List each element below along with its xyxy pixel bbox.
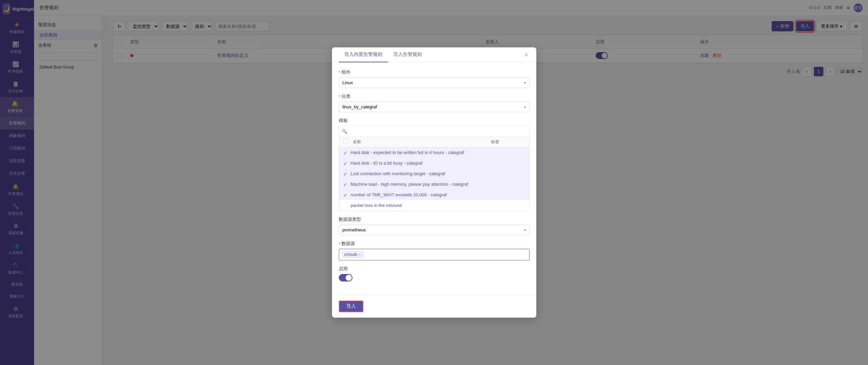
check-icon: ✓ bbox=[343, 150, 348, 155]
component-select-wrapper: Linux bbox=[339, 77, 530, 88]
template-name: Hard disk - expected to be written full … bbox=[351, 150, 464, 155]
category-select[interactable]: linux_by_categraf bbox=[339, 102, 530, 112]
modal-import-button[interactable]: 导入 bbox=[339, 301, 363, 312]
datasource-input[interactable] bbox=[365, 252, 422, 257]
template-name: Hard disk - IO is a bit busy - categraf bbox=[351, 161, 423, 166]
import-modal: 导入内置告警规则 导入告警规则 × * 组件 Linux bbox=[332, 47, 536, 318]
template-search-input[interactable] bbox=[349, 129, 526, 134]
template-item-1[interactable]: ✓ Hard disk - IO is a bit busy - categra… bbox=[339, 158, 529, 168]
datasource-tag-vmtsdb: vmtsdb × bbox=[342, 252, 363, 258]
template-section: 🔍 名称 标签 bbox=[339, 126, 530, 211]
template-item-5[interactable]: ✓ packet loss in the inbound bbox=[339, 200, 529, 211]
template-item-4[interactable]: ✓ number of TME_WAIT exceeds 20,000 - ca… bbox=[339, 189, 529, 200]
modal-close-button[interactable]: × bbox=[523, 50, 530, 59]
datasource-type-field: 数据源类型 prometheus bbox=[339, 216, 530, 235]
modal-tab-import[interactable]: 导入告警规则 bbox=[388, 47, 427, 62]
category-label: * 分类 bbox=[339, 93, 530, 100]
check-icon: ✓ bbox=[343, 171, 348, 176]
category-field: * 分类 linux_by_categraf bbox=[339, 93, 530, 112]
category-select-wrapper: linux_by_categraf bbox=[339, 102, 530, 112]
template-item-2[interactable]: ✓ Lost connection with monitoring target… bbox=[339, 168, 529, 179]
template-item-0[interactable]: ✓ Hard disk - expected to be written ful… bbox=[339, 147, 529, 158]
search-icon: 🔍 bbox=[342, 129, 347, 134]
modal-body: * 组件 Linux * 分类 linux_by_categraf bbox=[332, 62, 536, 295]
template-name-col: 名称 bbox=[350, 139, 491, 145]
datasource-label: * 数据源 bbox=[339, 241, 530, 247]
modal-overlay[interactable]: 导入内置告警规则 导入告警规则 × * 组件 Linux bbox=[0, 0, 868, 365]
template-name: number of TME_WAIT exceeds 20,000 - cate… bbox=[351, 192, 447, 197]
modal-footer: 导入 bbox=[332, 295, 536, 318]
component-field: * 组件 Linux bbox=[339, 69, 530, 88]
modal-tab-builtin[interactable]: 导入内置告警规则 bbox=[339, 47, 388, 62]
tag-remove-icon[interactable]: × bbox=[359, 253, 361, 257]
template-name: Lost connection with monitoring target -… bbox=[351, 171, 445, 176]
template-search-bar: 🔍 bbox=[339, 126, 529, 137]
datasource-type-select[interactable]: prometheus bbox=[339, 225, 530, 235]
check-icon: ✓ bbox=[343, 203, 348, 208]
enable-field: 启用 bbox=[339, 266, 530, 283]
datasource-type-label: 数据源类型 bbox=[339, 216, 530, 223]
template-tag-col: 标签 bbox=[491, 139, 525, 145]
datasource-type-select-wrapper: prometheus bbox=[339, 225, 530, 235]
check-icon: ✓ bbox=[343, 182, 348, 187]
select-all-templates-checkbox[interactable] bbox=[343, 139, 348, 144]
check-icon: ✓ bbox=[343, 193, 348, 197]
template-item-3[interactable]: ✓ Machine load - high memory, please pay… bbox=[339, 179, 529, 189]
template-field: 模板 🔍 名称 标签 bbox=[339, 118, 530, 211]
component-label: * 组件 bbox=[339, 69, 530, 75]
enable-toggle-switch[interactable] bbox=[339, 274, 352, 282]
template-name: Machine load - high memory, please pay a… bbox=[351, 182, 468, 187]
enable-label: 启用 bbox=[339, 266, 530, 272]
template-list: ✓ Hard disk - expected to be written ful… bbox=[339, 147, 529, 211]
datasource-tags-input[interactable]: vmtsdb × bbox=[339, 249, 530, 260]
template-label: 模板 bbox=[339, 118, 530, 124]
datasource-field: * 数据源 vmtsdb × bbox=[339, 241, 530, 260]
template-name: packet loss in the inbound bbox=[351, 203, 402, 208]
component-select[interactable]: Linux bbox=[339, 77, 530, 88]
template-list-header: 名称 标签 bbox=[339, 137, 529, 147]
check-icon: ✓ bbox=[343, 161, 348, 166]
